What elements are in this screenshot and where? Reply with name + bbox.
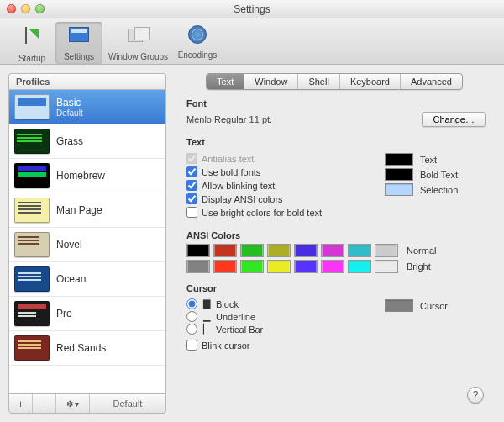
blinking-checkbox[interactable]: [186, 180, 197, 191]
profile-thumbnail: [14, 301, 50, 326]
tab-advanced[interactable]: Advanced: [401, 74, 462, 89]
settings-content: TextWindowShellKeyboardAdvanced Font Men…: [173, 73, 496, 414]
tab-text[interactable]: Text: [207, 74, 244, 89]
profile-subtitle: Default: [56, 108, 83, 118]
ansi-swatch[interactable]: [375, 260, 398, 273]
blink-cursor-checkbox[interactable]: [186, 340, 197, 351]
settings-icon: [69, 27, 89, 42]
profile-row[interactable]: Red Sands: [9, 331, 165, 366]
ansi-swatch[interactable]: [186, 260, 210, 273]
bright-bold-checkbox[interactable]: [186, 207, 197, 218]
bold-fonts-checkbox[interactable]: [186, 166, 197, 177]
ansi-row-label: Normal: [407, 245, 436, 256]
antialias-checkbox: [186, 153, 197, 164]
cursor-vbar-row[interactable]: ▏ Vertical Bar: [186, 324, 360, 335]
bright-bold-checkbox-row[interactable]: Use bright colors for bold text: [186, 207, 360, 218]
ansi-swatch[interactable]: [240, 244, 264, 257]
remove-profile-button[interactable]: −: [33, 394, 56, 413]
profile-row[interactable]: Man Page: [9, 193, 165, 228]
toolbar-label: Window Groups: [102, 52, 174, 61]
cursor-block-radio[interactable]: [186, 298, 197, 309]
ansi-normal-row: Normal: [186, 244, 486, 257]
toolbar-label: Settings: [55, 52, 102, 61]
profile-name: Grass: [56, 135, 83, 147]
block-glyph: ▇: [202, 298, 211, 309]
cursor-vbar-radio[interactable]: [186, 324, 197, 335]
sidebar-footer: + − ✻ ▾ Default: [8, 393, 166, 414]
profile-name: Man Page: [56, 204, 102, 216]
profile-row[interactable]: Pro: [9, 297, 165, 331]
tab-window[interactable]: Window: [244, 74, 298, 89]
profiles-list[interactable]: BasicDefaultGrassHomebrewMan PageNovelOc…: [8, 90, 166, 393]
cursor-color-swatch[interactable]: [385, 299, 413, 312]
toolbar-item-startup[interactable]: Startup: [8, 22, 55, 64]
profile-thumbnail: [14, 232, 50, 257]
font-section: Font Menlo Regular 11 pt. Change…: [173, 98, 496, 127]
profile-name: Homebrew: [56, 170, 105, 182]
bright-bold-label: Use bright colors for bold text: [202, 208, 322, 218]
vbar-glyph: ▏: [202, 324, 211, 335]
selection-color-swatch[interactable]: [385, 183, 413, 196]
cursor-underline-radio[interactable]: [186, 311, 197, 322]
ansi-swatch[interactable]: [213, 260, 237, 273]
blink-cursor-label: Blink cursor: [202, 340, 249, 351]
profile-name: Basic: [56, 97, 83, 108]
profile-thumbnail: [14, 163, 50, 188]
ansi-checkbox-row[interactable]: Display ANSI colors: [186, 193, 360, 204]
gear-menu-button[interactable]: ✻ ▾: [56, 394, 90, 413]
profiles-sidebar: Profiles BasicDefaultGrassHomebrewMan Pa…: [8, 73, 166, 414]
help-button[interactable]: ?: [467, 387, 484, 404]
text-color-swatch[interactable]: [385, 153, 413, 166]
bold-text-color-swatch[interactable]: [385, 168, 413, 181]
cursor-block-row[interactable]: ▇ Block: [186, 298, 360, 309]
profile-name: Red Sands: [56, 342, 106, 354]
profile-row[interactable]: Homebrew: [9, 159, 165, 193]
ansi-swatch[interactable]: [267, 244, 291, 257]
ansi-swatch[interactable]: [321, 244, 344, 257]
profile-thumbnail: [14, 198, 50, 223]
window-groups-icon: [128, 27, 150, 42]
default-label[interactable]: Default: [90, 394, 165, 413]
ansi-swatch[interactable]: [240, 260, 264, 273]
blink-cursor-row[interactable]: Blink cursor: [186, 340, 360, 351]
toolbar-item-settings[interactable]: Settings: [55, 22, 102, 64]
titlebar: Settings: [0, 0, 504, 18]
profile-row[interactable]: Novel: [9, 228, 165, 262]
profile-row[interactable]: Ocean: [9, 262, 165, 297]
cursor-heading: Cursor: [186, 283, 486, 293]
tab-keyboard[interactable]: Keyboard: [340, 74, 401, 89]
profile-row[interactable]: BasicDefault: [9, 90, 165, 124]
ansi-swatch[interactable]: [186, 244, 210, 257]
blinking-checkbox-row[interactable]: Allow blinking text: [186, 180, 360, 191]
toolbar-item-window-groups[interactable]: Window Groups: [102, 22, 174, 64]
profile-row[interactable]: Grass: [9, 124, 165, 159]
ansi-swatch[interactable]: [375, 244, 398, 257]
ansi-checkbox[interactable]: [186, 193, 197, 204]
ansi-swatch[interactable]: [348, 244, 371, 257]
ansi-swatch[interactable]: [213, 244, 237, 257]
bold-fonts-checkbox-row[interactable]: Use bold fonts: [186, 166, 360, 177]
profile-thumbnail: [14, 266, 50, 292]
text-heading: Text: [186, 137, 486, 147]
ansi-swatch[interactable]: [294, 244, 318, 257]
ansi-colors-heading: ANSI Colors: [186, 230, 486, 240]
ansi-swatch[interactable]: [294, 260, 318, 273]
change-font-button[interactable]: Change…: [422, 112, 486, 127]
toolbar-label: Encodings: [174, 50, 221, 60]
add-profile-button[interactable]: +: [9, 394, 33, 413]
toolbar-label: Startup: [8, 54, 55, 63]
ansi-label: Display ANSI colors: [202, 194, 283, 204]
flag-icon: [25, 29, 39, 39]
ansi-swatch[interactable]: [267, 260, 291, 273]
ansi-swatch[interactable]: [321, 260, 344, 273]
globe-icon: [188, 25, 207, 44]
cursor-color-label: Cursor: [420, 301, 448, 311]
cursor-underline-row[interactable]: ▁ Underline: [186, 311, 360, 322]
tab-shell[interactable]: Shell: [298, 74, 339, 89]
toolbar-item-encodings[interactable]: Encodings: [174, 22, 221, 64]
underline-glyph: ▁: [202, 311, 211, 322]
profile-thumbnail: [14, 335, 50, 361]
cursor-vbar-label: Vertical Bar: [216, 324, 263, 335]
ansi-swatch[interactable]: [348, 260, 371, 273]
toolbar: Startup Settings Window Groups Encodings: [0, 18, 504, 65]
